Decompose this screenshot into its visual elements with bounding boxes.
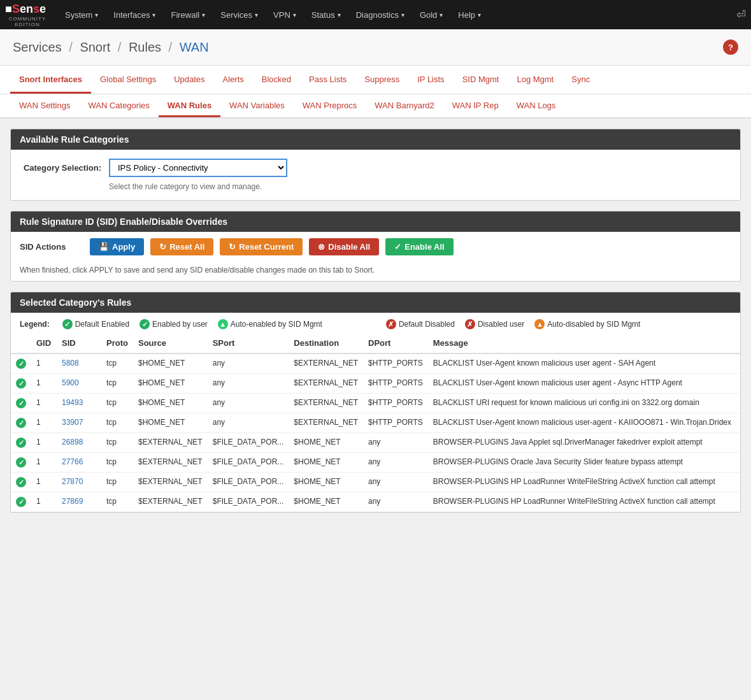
row-sid[interactable]: 5808 [57, 354, 101, 374]
secondary-tabs: WAN Settings WAN Categories WAN Rules WA… [0, 94, 751, 118]
row-status: ✓ [11, 413, 31, 433]
enable-all-button[interactable]: ✓ Enable All [385, 238, 453, 255]
tab-pass-lists[interactable]: Pass Lists [300, 66, 355, 94]
tab-wan-barnyard2[interactable]: WAN Barnyard2 [366, 94, 443, 117]
nav-firewall[interactable]: Firewall ▾ [163, 0, 213, 29]
nav-status[interactable]: Status ▾ [304, 0, 348, 29]
row-proto: tcp [101, 433, 133, 453]
nav-system[interactable]: System ▾ [57, 0, 106, 29]
row-message: BROWSER-PLUGINS HP LoadRunner WriteFileS… [428, 473, 740, 492]
row-proto: tcp [101, 413, 133, 433]
reset-current-button[interactable]: ↻ Reset Current [220, 238, 303, 255]
row-sid[interactable]: 27870 [57, 473, 101, 492]
reset-all-button[interactable]: ↻ Reset All [150, 238, 213, 255]
row-sid[interactable]: 27766 [57, 453, 101, 473]
breadcrumb-services[interactable]: Services [13, 40, 62, 54]
row-sid[interactable]: 33907 [57, 413, 101, 433]
breadcrumb-current: WAN [180, 40, 209, 54]
row-status-icon: ✓ [16, 497, 26, 507]
row-message: BLACKLIST User-Agent known malicious use… [428, 354, 740, 374]
tab-wan-rules[interactable]: WAN Rules [159, 94, 220, 117]
primary-tabs: Snort Interfaces Global Settings Updates… [0, 66, 751, 94]
row-source: $EXTERNAL_NET [133, 473, 208, 492]
breadcrumb-rules[interactable]: Rules [129, 40, 161, 54]
row-gid: 1 [31, 453, 57, 473]
row-status: ✓ [11, 492, 31, 512]
navbar: ■Sense COMMUNITY EDITION System ▾ Interf… [0, 0, 751, 29]
tab-updates[interactable]: Updates [165, 66, 213, 94]
enabled-by-user-icon: ✓ [139, 319, 150, 329]
col-header-source: Source [133, 333, 208, 354]
tab-blocked[interactable]: Blocked [253, 66, 300, 94]
row-message: BLACKLIST URI request for known maliciou… [428, 394, 740, 413]
default-enabled-icon: ✓ [62, 319, 73, 329]
logout-icon[interactable]: ⏎ [736, 8, 746, 22]
tab-sid-mgmt[interactable]: SID Mgmt [454, 66, 508, 94]
disable-icon: ⊗ [318, 242, 325, 252]
enable-icon: ✓ [394, 242, 401, 252]
default-disabled-icon: ✗ [386, 319, 396, 329]
row-sid[interactable]: 19493 [57, 394, 101, 413]
tab-wan-logs[interactable]: WAN Logs [508, 94, 565, 117]
row-status-icon: ✓ [16, 359, 26, 369]
row-dport: $HTTP_PORTS [363, 394, 428, 413]
tab-wan-variables[interactable]: WAN Variables [220, 94, 294, 117]
tab-wan-ip-rep[interactable]: WAN IP Rep [443, 94, 508, 117]
row-sid[interactable]: 26898 [57, 433, 101, 453]
row-source: $EXTERNAL_NET [133, 433, 208, 453]
row-proto: tcp [101, 354, 133, 374]
row-status-icon: ✓ [16, 398, 26, 408]
breadcrumb-snort[interactable]: Snort [80, 40, 110, 54]
main-content: Available Rule Categories Category Selec… [0, 118, 751, 533]
row-gid: 1 [31, 413, 57, 433]
nav-help[interactable]: Help ▾ [450, 0, 489, 29]
tab-snort-interfaces[interactable]: Snort Interfaces [10, 66, 91, 94]
row-gid: 1 [31, 394, 57, 413]
navbar-menu: System ▾ Interfaces ▾ Firewall ▾ Service… [57, 0, 736, 29]
nav-vpn[interactable]: VPN ▾ [266, 0, 304, 29]
tab-wan-categories[interactable]: WAN Categories [79, 94, 158, 117]
row-status: ✓ [11, 354, 31, 374]
logo-text: ■Sense [5, 3, 50, 16]
row-message: BROWSER-PLUGINS HP LoadRunner WriteFileS… [428, 492, 740, 512]
reset-all-icon: ↻ [159, 242, 166, 252]
row-dest: $HOME_NET [289, 492, 363, 512]
sid-actions-label: SID Actions [20, 242, 83, 252]
tab-global-settings[interactable]: Global Settings [91, 66, 165, 94]
tab-wan-preprocs[interactable]: WAN Preprocs [294, 94, 366, 117]
category-hint: Select the rule category to view and man… [109, 182, 731, 191]
apply-button[interactable]: 💾 Apply [90, 238, 144, 255]
row-sid[interactable]: 27869 [57, 492, 101, 512]
legend-default-enabled-text: Default Enabled [75, 320, 129, 329]
sid-hint: When finished, click APPLY to save and s… [11, 262, 740, 281]
legend-disabled-by-user: ✗ Disabled user [465, 319, 524, 329]
col-header-sport: SPort [208, 333, 289, 354]
col-header-sid: SID [57, 333, 101, 354]
nav-services[interactable]: Services ▾ [213, 0, 266, 29]
row-dport: $HTTP_PORTS [363, 374, 428, 394]
tab-suppress[interactable]: Suppress [355, 66, 408, 94]
category-select[interactable]: IPS Policy - Connectivity IPS Policy - B… [109, 159, 287, 177]
tab-alerts[interactable]: Alerts [214, 66, 253, 94]
row-proto: tcp [101, 473, 133, 492]
nav-diagnostics[interactable]: Diagnostics ▾ [348, 0, 412, 29]
row-proto: tcp [101, 492, 133, 512]
row-gid: 1 [31, 492, 57, 512]
row-dport: any [363, 453, 428, 473]
help-icon[interactable]: ? [723, 39, 738, 55]
tab-log-mgmt[interactable]: Log Mgmt [508, 66, 562, 94]
row-sid[interactable]: 5900 [57, 374, 101, 394]
nav-gold[interactable]: Gold ▾ [412, 0, 450, 29]
nav-interfaces[interactable]: Interfaces ▾ [106, 0, 163, 29]
table-row: ✓ 1 27869 tcp $EXTERNAL_NET $FILE_DATA_P… [11, 492, 740, 512]
disable-all-button[interactable]: ⊗ Disable All [309, 238, 379, 255]
row-source: $EXTERNAL_NET [133, 453, 208, 473]
tab-sync[interactable]: Sync [562, 66, 599, 94]
row-dport: any [363, 473, 428, 492]
row-gid: 1 [31, 354, 57, 374]
tab-ip-lists[interactable]: IP Lists [408, 66, 453, 94]
tab-wan-settings[interactable]: WAN Settings [10, 94, 79, 117]
col-header-proto: Proto [101, 333, 133, 354]
row-message: BLACKLIST User-Agent known malicious use… [428, 413, 740, 433]
row-dest: $EXTERNAL_NET [289, 354, 363, 374]
